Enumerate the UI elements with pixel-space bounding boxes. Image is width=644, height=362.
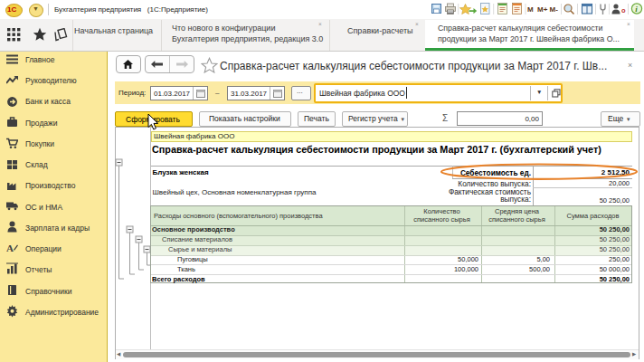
svg-text:M+: M+ <box>537 5 548 14</box>
svg-text:M: M <box>527 5 534 14</box>
svg-text:M-: M- <box>550 5 559 14</box>
svg-text:A: A <box>6 243 14 253</box>
svg-text:o: o <box>621 6 626 14</box>
